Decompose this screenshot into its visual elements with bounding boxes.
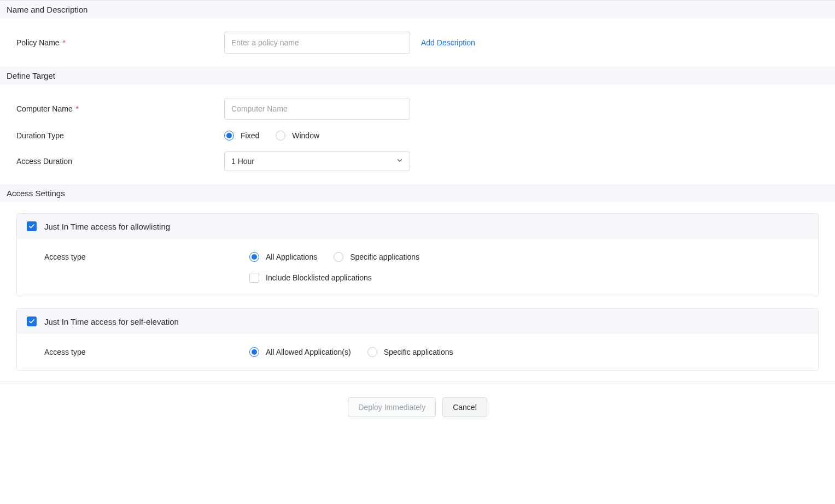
computer-name-label: Computer Name * [16,104,224,113]
policy-form: Name and Description Policy Name * Add D… [0,0,835,382]
panel-body-self-elevation: Access type All Allowed Application(s) S… [17,334,818,370]
radio-allowlisting-specific[interactable]: Specific applications [334,252,419,262]
row-include-blocklisted: Include Blocklisted applications [44,273,808,283]
radio-duration-fixed[interactable]: Fixed [224,131,259,140]
radio-label: Fixed [241,131,259,140]
row-allowlisting-access-type: Access type All Applications Specific ap… [44,252,808,262]
policy-name-controls: Add Description [224,32,475,54]
checkbox-self-elevation[interactable] [27,317,37,326]
radio-icon [334,252,343,262]
radio-self-elevation-specific[interactable]: Specific applications [367,347,453,357]
deploy-button[interactable]: Deploy Immediately [348,397,436,417]
radio-self-elevation-all[interactable]: All Allowed Application(s) [249,347,351,357]
allowlisting-radio-group: All Applications Specific applications [249,252,419,262]
row-policy-name: Policy Name * Add Description [16,32,828,54]
self-elevation-radio-group: All Allowed Application(s) Specific appl… [249,347,453,357]
panel-header-allowlisting: Just In Time access for allowlisting [17,214,818,239]
radio-label: Window [292,131,319,140]
access-duration-select[interactable]: 1 Hour [224,151,410,171]
checkbox-allowlisting[interactable] [27,221,37,231]
radio-icon [367,347,377,357]
row-access-duration: Access Duration 1 Hour [16,151,828,171]
row-computer-name: Computer Name * [16,98,828,120]
section-title: Access Settings [7,189,65,198]
radio-icon [276,131,285,140]
policy-name-input[interactable] [224,32,410,54]
radio-icon [249,347,259,357]
select-value: 1 Hour [231,157,254,166]
add-description-link[interactable]: Add Description [421,38,475,47]
include-blocklisted-label: Include Blocklisted applications [266,273,372,282]
panel-allowlisting: Just In Time access for allowlisting Acc… [16,213,819,296]
duration-type-radio-group: Fixed Window [224,131,319,140]
action-bar: Deploy Immediately Cancel [0,382,835,432]
section-body-define-target: Computer Name * Duration Type Fixed Wind… [0,85,835,184]
access-type-label: Access type [44,253,249,261]
section-header-define-target: Define Target [0,67,835,85]
row-duration-type: Duration Type Fixed Window [16,131,828,140]
radio-icon [224,131,234,140]
policy-name-label: Policy Name * [16,38,224,47]
computer-name-input[interactable] [224,98,410,120]
radio-duration-window[interactable]: Window [276,131,319,140]
panel-header-self-elevation: Just In Time access for self-elevation [17,309,818,334]
panel-title: Just In Time access for self-elevation [44,317,179,326]
radio-label: All Applications [266,253,317,261]
cancel-button[interactable]: Cancel [442,397,487,417]
radio-icon [249,252,259,262]
section-header-access-settings: Access Settings [0,184,835,202]
panel-body-allowlisting: Access type All Applications Specific ap… [17,239,818,296]
section-header-name-desc: Name and Description [0,1,835,19]
required-asterisk: * [74,104,79,113]
access-duration-select-wrap: 1 Hour [224,151,410,171]
radio-label: All Allowed Application(s) [266,348,351,356]
radio-label: Specific applications [384,348,453,356]
computer-name-controls [224,98,410,120]
access-duration-label: Access Duration [16,157,224,166]
access-type-label: Access type [44,348,249,356]
row-self-elevation-access-type: Access type All Allowed Application(s) S… [44,347,808,357]
required-asterisk: * [61,38,66,47]
section-title: Name and Description [7,5,87,14]
checkbox-include-blocklisted[interactable] [249,273,259,283]
section-title: Define Target [7,71,55,80]
radio-label: Specific applications [350,253,419,261]
panel-title: Just In Time access for allowlisting [44,222,170,231]
section-body-name-desc: Policy Name * Add Description [0,19,835,67]
section-body-access-settings: Just In Time access for allowlisting Acc… [0,202,835,382]
panel-self-elevation: Just In Time access for self-elevation A… [16,308,819,371]
radio-allowlisting-all[interactable]: All Applications [249,252,317,262]
duration-type-label: Duration Type [16,131,224,140]
